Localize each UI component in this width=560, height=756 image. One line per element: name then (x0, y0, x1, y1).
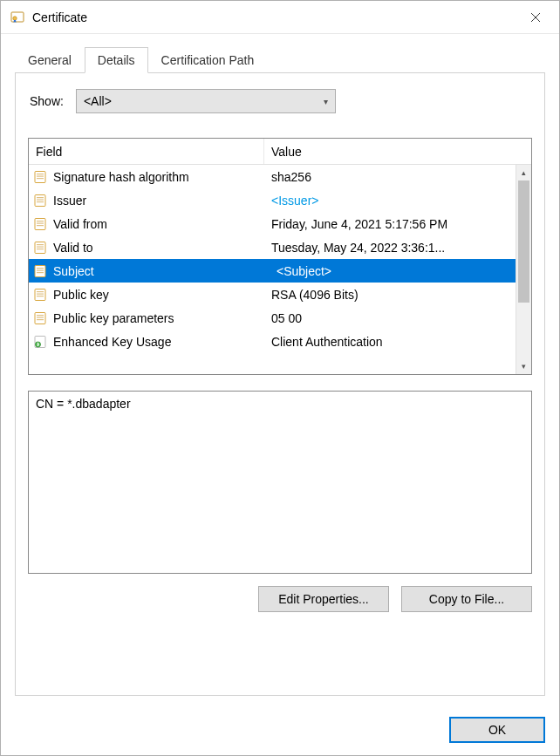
table-row[interactable]: Public key parameters05 00 (29, 306, 531, 330)
show-value: <All> (84, 94, 112, 108)
row-value-cell: Friday, June 4, 2021 5:17:56 PM (264, 217, 531, 231)
dialog-footer: OK (1, 706, 559, 755)
detail-text: CN = *.dbadapter (36, 397, 131, 411)
row-field-label: Valid to (53, 241, 93, 255)
table-row[interactable]: Issuer<Issuer> (29, 188, 531, 212)
svg-rect-16 (37, 246, 44, 247)
row-field-cell: Public key parameters (29, 310, 264, 326)
tab-details[interactable]: Details (85, 47, 148, 73)
extension-icon: ↓ (32, 334, 50, 350)
row-field-label: Public key parameters (53, 311, 174, 325)
table-row[interactable]: Valid toTuesday, May 24, 2022 3:36:1... (29, 235, 531, 259)
field-doc-icon (32, 287, 50, 303)
field-doc-icon (32, 240, 50, 255)
svg-point-1 (13, 16, 17, 19)
svg-rect-9 (37, 201, 44, 202)
svg-rect-6 (35, 194, 45, 206)
scroll-track[interactable] (516, 180, 531, 358)
svg-rect-19 (37, 268, 44, 269)
svg-rect-7 (37, 197, 44, 198)
titlebar: Certificate (1, 1, 559, 34)
table-row[interactable]: Signature hash algorithmsha256 (29, 165, 531, 188)
table-row[interactable]: Subject<Subject> (29, 259, 531, 283)
field-doc-icon (32, 193, 50, 208)
row-field-label: Subject (53, 264, 94, 278)
svg-rect-17 (37, 249, 44, 249)
row-value-cell: 05 00 (264, 311, 531, 325)
svg-rect-2 (35, 171, 45, 182)
row-field-cell: Valid to (29, 240, 264, 255)
svg-rect-21 (37, 272, 44, 273)
certificate-icon (10, 10, 25, 25)
svg-rect-22 (35, 289, 45, 300)
row-value-cell: <Subject> (264, 264, 531, 278)
table-row[interactable]: Valid fromFriday, June 4, 2021 5:17:56 P… (29, 212, 531, 235)
svg-rect-18 (35, 265, 45, 276)
svg-rect-29 (37, 319, 44, 320)
show-row: Show: <All> ▾ (28, 89, 532, 113)
svg-rect-14 (35, 242, 45, 253)
action-buttons: Edit Properties... Copy to File... (28, 586, 532, 612)
tab-strip: General Details Certification Path (15, 46, 545, 73)
ok-button[interactable]: OK (449, 717, 545, 743)
details-pane: Show: <All> ▾ Field Value Signature hash… (15, 73, 545, 696)
close-button[interactable] (516, 3, 556, 31)
table-row[interactable]: ↓Enhanced Key UsageClient Authentication (29, 330, 531, 353)
row-field-cell: Public key (29, 287, 264, 303)
grid-rows: Signature hash algorithmsha256Issuer<Iss… (29, 165, 531, 374)
grid-header: Field Value (29, 139, 531, 165)
field-doc-icon (32, 310, 50, 326)
close-icon (530, 12, 541, 23)
col-header-value[interactable]: Value (264, 139, 516, 164)
tab-certification-path[interactable]: Certification Path (148, 47, 268, 73)
svg-rect-5 (37, 178, 44, 179)
row-value-cell: sha256 (264, 170, 531, 184)
svg-rect-13 (37, 225, 44, 226)
window-title: Certificate (32, 10, 516, 24)
row-value-cell: Tuesday, May 24, 2022 3:36:1... (264, 241, 531, 255)
scroll-up-icon[interactable]: ▴ (516, 165, 531, 180)
svg-rect-20 (37, 269, 44, 270)
row-field-cell: Issuer (29, 193, 264, 208)
detail-text-box[interactable]: CN = *.dbadapter (28, 391, 532, 574)
edit-properties-button[interactable]: Edit Properties... (258, 586, 389, 612)
row-value-cell: <Issuer> (264, 194, 531, 208)
certificate-dialog: Certificate General Details Certificatio… (0, 0, 560, 756)
svg-rect-27 (37, 315, 44, 316)
chevron-down-icon: ▾ (324, 97, 328, 106)
row-value-cell: Client Authentication (264, 335, 531, 349)
svg-rect-3 (37, 174, 44, 174)
svg-rect-15 (37, 244, 44, 245)
row-field-label: Signature hash algorithm (53, 170, 189, 184)
show-dropdown[interactable]: <All> ▾ (76, 89, 336, 113)
svg-rect-28 (37, 317, 44, 317)
svg-rect-25 (37, 296, 44, 296)
field-doc-icon (32, 216, 50, 232)
svg-rect-8 (37, 199, 44, 200)
row-field-label: Enhanced Key Usage (53, 335, 171, 349)
svg-rect-12 (37, 222, 44, 223)
row-field-cell: Signature hash algorithm (29, 169, 264, 185)
tab-general[interactable]: General (15, 47, 85, 73)
row-value-cell: RSA (4096 Bits) (264, 288, 531, 302)
svg-text:↓: ↓ (37, 342, 39, 347)
svg-rect-24 (37, 293, 44, 294)
scroll-down-icon[interactable]: ▾ (516, 358, 531, 374)
svg-rect-23 (37, 291, 44, 292)
field-doc-icon (32, 169, 50, 185)
row-field-label: Issuer (53, 194, 86, 208)
fields-list: Field Value Signature hash algorithmsha2… (28, 138, 532, 375)
row-field-label: Valid from (53, 217, 107, 231)
field-doc-icon (32, 263, 50, 279)
dialog-body: General Details Certification Path Show:… (1, 34, 559, 706)
svg-rect-10 (35, 218, 45, 229)
row-field-cell: Valid from (29, 216, 264, 232)
scroll-thumb[interactable] (518, 180, 529, 303)
row-field-cell: ↓Enhanced Key Usage (29, 334, 264, 350)
table-row[interactable]: Public keyRSA (4096 Bits) (29, 283, 531, 306)
copy-to-file-button[interactable]: Copy to File... (401, 586, 532, 612)
svg-rect-4 (37, 175, 44, 176)
scrollbar[interactable]: ▴ ▾ (516, 165, 531, 374)
col-header-field[interactable]: Field (29, 139, 264, 164)
svg-rect-26 (35, 312, 45, 324)
